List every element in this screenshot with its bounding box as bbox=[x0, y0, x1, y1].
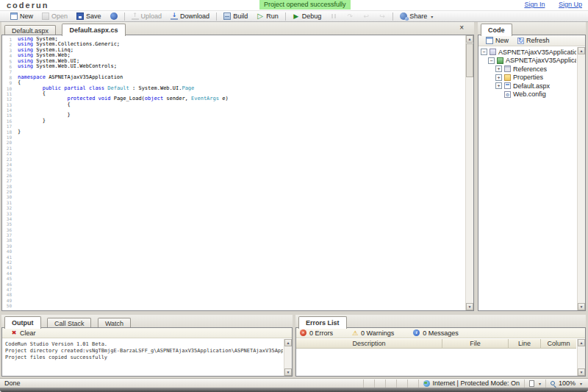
expand-icon[interactable]: + bbox=[495, 65, 502, 72]
errors-tabstrip: Errors List bbox=[295, 315, 586, 327]
code-editor[interactable]: 1234567891011121314151617181920212223242… bbox=[1, 35, 474, 311]
download-icon: ↓ bbox=[171, 13, 178, 20]
build-icon bbox=[223, 13, 231, 20]
output-panel: Output Call Stack Watch ✖ Clear CodeRun … bbox=[1, 315, 293, 377]
output-toolbar: ✖ Clear bbox=[2, 328, 292, 338]
collapse-icon[interactable]: − bbox=[481, 49, 487, 55]
output-vertical-scrollbar[interactable]: ▲ ▼ bbox=[284, 339, 292, 376]
toolbar-separator bbox=[285, 13, 286, 21]
step-over-button[interactable]: ↷ bbox=[342, 11, 358, 21]
coderun-app: coderun Project opened successfully Sign… bbox=[0, 0, 588, 392]
explorer-new-button[interactable]: New bbox=[481, 37, 513, 44]
tree-item-properties[interactable]: +Properties bbox=[478, 74, 576, 82]
errors-table-header: Description File Line Column bbox=[296, 339, 576, 349]
refresh-icon: ↻ bbox=[517, 38, 524, 44]
column-description[interactable]: Description bbox=[296, 339, 442, 348]
tree-spacer bbox=[495, 91, 502, 98]
errors-vertical-scrollbar[interactable]: ▲ ▼ bbox=[577, 339, 585, 376]
column-column[interactable]: Column bbox=[541, 339, 576, 348]
build-button[interactable]: Build bbox=[219, 11, 252, 21]
browser-status-bar: Done Internet | Protected Mode: On ▾ 100… bbox=[0, 378, 588, 388]
tree-item-label: Default.aspx bbox=[513, 82, 550, 90]
messages-count[interactable]: 0 Messages bbox=[413, 329, 459, 337]
tree-item-aspnetajaxv35application[interactable]: −ASPNETAjaxV35Application bbox=[478, 57, 576, 65]
tab-code[interactable]: Code bbox=[481, 24, 512, 36]
page-header: coderun Project opened successfully Sign… bbox=[0, 0, 588, 10]
errors-body: 0 Errors ⚠ 0 Warnings 0 Messages Descrip… bbox=[295, 327, 586, 377]
run-icon: ▷ bbox=[257, 13, 264, 20]
refresh-button[interactable]: ↻ Refresh bbox=[513, 37, 554, 44]
scroll-up-icon[interactable]: ▲ bbox=[578, 47, 585, 54]
status-cell bbox=[374, 379, 385, 388]
share-button[interactable]: Share ▾ bbox=[395, 11, 437, 21]
run-button[interactable]: ▷ Run bbox=[252, 11, 283, 21]
tree-item-label: Web.config bbox=[513, 90, 546, 98]
chevron-down-icon: ▾ bbox=[431, 14, 433, 19]
step-into-button[interactable]: ↩ bbox=[358, 11, 374, 21]
project-tree: −ASPNETAjaxV35Application−ASPNETAjaxV35A… bbox=[478, 48, 576, 310]
messages-count-label: 0 Messages bbox=[423, 329, 459, 337]
scroll-down-icon[interactable]: ▼ bbox=[578, 368, 585, 376]
line-number-gutter: 1234567891011121314151617181920212223242… bbox=[2, 37, 14, 309]
expand-icon[interactable]: + bbox=[495, 82, 502, 89]
status-cell bbox=[385, 379, 396, 388]
tab-errors-list[interactable]: Errors List bbox=[298, 316, 347, 329]
page-options-cell[interactable]: ▾ bbox=[524, 379, 545, 388]
column-line[interactable]: Line bbox=[509, 339, 541, 348]
publish-button[interactable] bbox=[106, 11, 122, 21]
tree-vertical-scrollbar[interactable]: ▲ ▼ bbox=[577, 47, 585, 310]
status-cells: Internet | Protected Mode: On ▾ 100% ▾ bbox=[363, 379, 587, 388]
zoom-control[interactable]: 100% ▾ bbox=[545, 379, 587, 388]
download-label: Download bbox=[180, 13, 209, 20]
errors-count[interactable]: 0 Errors bbox=[300, 329, 333, 337]
notification-banner: Project opened successfully bbox=[259, 0, 351, 10]
tree-item-web-config[interactable]: ⚙Web.config bbox=[478, 90, 576, 99]
project-icon bbox=[497, 57, 503, 64]
chevron-down-icon: ▾ bbox=[580, 381, 582, 386]
scroll-down-icon[interactable]: ▼ bbox=[466, 303, 473, 310]
scroll-down-icon[interactable]: ▼ bbox=[578, 303, 585, 310]
warnings-count[interactable]: ⚠ 0 Warnings bbox=[352, 329, 394, 337]
tab-output[interactable]: Output bbox=[4, 316, 41, 329]
scroll-up-icon[interactable]: ▲ bbox=[466, 35, 473, 43]
step-out-button[interactable]: ↪ bbox=[374, 11, 390, 21]
debug-button[interactable]: ▶ Debug bbox=[288, 11, 326, 21]
pause-button[interactable] bbox=[326, 11, 342, 21]
sign-up-link[interactable]: Sign Up bbox=[559, 1, 582, 8]
toolbar-separator bbox=[392, 13, 393, 21]
collapse-icon[interactable]: − bbox=[488, 57, 495, 64]
sign-in-link[interactable]: Sign In bbox=[524, 1, 545, 8]
output-body: ✖ Clear CodeRun Studio Version 1.01 Beta… bbox=[1, 327, 293, 377]
share-label: Share bbox=[409, 13, 427, 20]
save-button[interactable]: Save bbox=[72, 11, 106, 21]
tab-default-aspx-cs[interactable]: Default.aspx.cs bbox=[62, 24, 125, 36]
new-file-icon bbox=[486, 37, 493, 44]
open-button[interactable]: Open bbox=[37, 11, 72, 21]
upload-button[interactable]: ↑ Upload bbox=[127, 11, 167, 21]
security-zone-cell[interactable]: Internet | Protected Mode: On bbox=[418, 379, 524, 388]
column-file[interactable]: File bbox=[442, 339, 509, 348]
scrollbar-thumb[interactable] bbox=[466, 43, 473, 77]
chevron-down-icon: ▾ bbox=[539, 381, 541, 386]
scroll-up-icon[interactable]: ▲ bbox=[284, 339, 292, 346]
tree-item-label: ASPNETAjaxV35Application bbox=[506, 57, 576, 64]
step-over-icon: ↷ bbox=[346, 13, 354, 20]
clear-button[interactable]: ✖ Clear bbox=[6, 329, 40, 337]
code-text[interactable]: using System;using System.Collections.Ge… bbox=[18, 37, 465, 309]
zoom-level-label: 100% bbox=[559, 379, 576, 387]
refresh-label: Refresh bbox=[526, 37, 550, 44]
scroll-down-icon[interactable]: ▼ bbox=[284, 368, 292, 376]
clear-icon: ✖ bbox=[10, 329, 18, 337]
scroll-up-icon[interactable]: ▲ bbox=[578, 339, 585, 346]
new-button[interactable]: New bbox=[6, 11, 37, 21]
download-button[interactable]: ↓ Download bbox=[166, 11, 214, 21]
editor-vertical-scrollbar[interactable]: ▲ ▼ bbox=[465, 35, 473, 310]
tree-item-aspnetajaxv35application[interactable]: −ASPNETAjaxV35Application bbox=[478, 48, 576, 57]
expand-icon[interactable]: + bbox=[495, 74, 502, 81]
close-tab-icon[interactable]: × bbox=[459, 24, 464, 32]
window-bottom-frame bbox=[0, 388, 588, 392]
folder-icon bbox=[504, 74, 511, 81]
globe-blue-icon bbox=[110, 13, 118, 20]
tree-item-default-aspx[interactable]: +Default.aspx bbox=[478, 82, 576, 90]
tree-item-references[interactable]: +References bbox=[478, 65, 576, 74]
